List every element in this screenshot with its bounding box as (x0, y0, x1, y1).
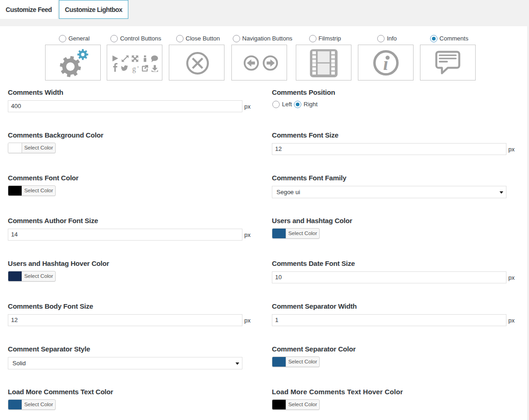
svg-text:g: g (132, 64, 136, 73)
svg-text:ı: ı (383, 53, 388, 74)
svg-text:+: + (137, 65, 139, 69)
